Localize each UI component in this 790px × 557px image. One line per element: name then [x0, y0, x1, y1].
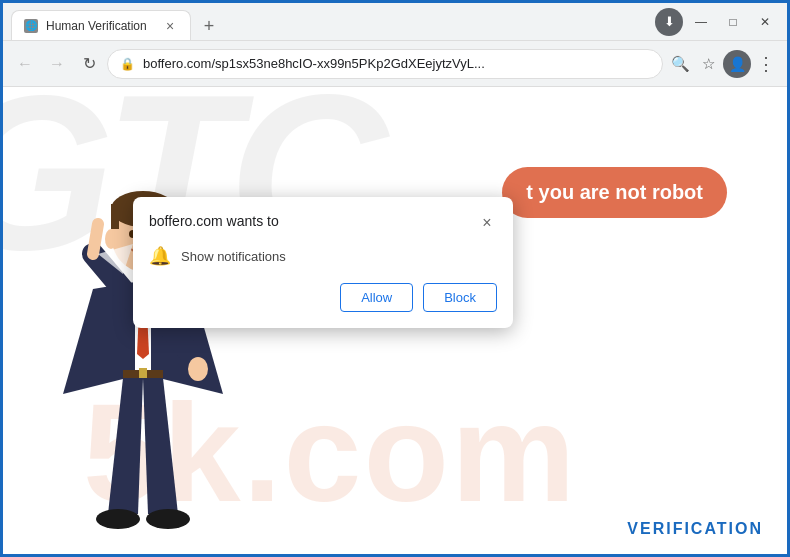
allow-button[interactable]: Allow — [340, 283, 413, 312]
svg-line-14 — [93, 224, 98, 254]
back-button[interactable]: ← — [11, 50, 39, 78]
svg-rect-2 — [111, 204, 119, 229]
verification-label: VERIFICATION — [627, 520, 763, 538]
dialog-title: boffero.com wants to — [149, 213, 279, 229]
dialog-permission: 🔔 Show notifications — [149, 245, 497, 267]
dialog-actions: Allow Block — [149, 283, 497, 312]
browser-tab[interactable]: 🌐 Human Verification × — [11, 10, 191, 40]
page-content: GTC 5k.com — [3, 87, 787, 554]
forward-button[interactable]: → — [43, 50, 71, 78]
tab-title: Human Verification — [46, 19, 147, 33]
robot-text: t you are not robot — [526, 181, 703, 203]
close-button[interactable]: ✕ — [751, 8, 779, 36]
tab-favicon: 🌐 — [24, 19, 38, 33]
tab-close-button[interactable]: × — [162, 18, 178, 34]
permission-text: Show notifications — [181, 249, 286, 264]
address-bar-row: ← → ↻ 🔒 boffero.com/sp1sx53ne8hcIO-xx99n… — [3, 41, 787, 87]
dialog-header: boffero.com wants to × — [149, 213, 497, 233]
svg-point-16 — [188, 357, 208, 381]
search-icon-btn[interactable]: 🔍 — [667, 51, 693, 77]
bell-icon: 🔔 — [149, 245, 171, 267]
svg-marker-19 — [108, 378, 143, 514]
svg-marker-20 — [143, 378, 178, 514]
robot-bubble: t you are not robot — [502, 167, 727, 218]
refresh-button[interactable]: ↻ — [75, 50, 103, 78]
profile-button[interactable]: 👤 — [723, 50, 751, 78]
new-tab-button[interactable]: + — [195, 12, 223, 40]
block-button[interactable]: Block — [423, 283, 497, 312]
bookmark-icon-btn[interactable]: ☆ — [695, 51, 721, 77]
svg-point-5 — [105, 229, 117, 249]
notification-dialog: boffero.com wants to × 🔔 Show notificati… — [133, 197, 513, 328]
minimize-button[interactable]: — — [687, 8, 715, 36]
url-text: boffero.com/sp1sx53ne8hcIO-xx99n5PKp2GdX… — [143, 56, 650, 71]
svg-point-22 — [146, 509, 190, 529]
lock-icon: 🔒 — [120, 57, 135, 71]
profile-download-icon[interactable]: ⬇ — [655, 8, 683, 36]
dialog-close-button[interactable]: × — [477, 213, 497, 233]
address-icons: 🔍 ☆ 👤 ⋮ — [667, 49, 779, 79]
menu-button[interactable]: ⋮ — [753, 49, 779, 79]
svg-point-21 — [96, 509, 140, 529]
tab-area: 🌐 Human Verification × + — [11, 3, 643, 40]
maximize-button[interactable]: □ — [719, 8, 747, 36]
address-bar[interactable]: 🔒 boffero.com/sp1sx53ne8hcIO-xx99n5PKp2G… — [107, 49, 663, 79]
title-bar: 🌐 Human Verification × + ⬇ — □ ✕ — [3, 3, 787, 41]
browser-frame: 🌐 Human Verification × + ⬇ — □ ✕ ← → ↻ 🔒… — [3, 3, 787, 554]
window-controls: ⬇ — □ ✕ — [655, 8, 779, 36]
